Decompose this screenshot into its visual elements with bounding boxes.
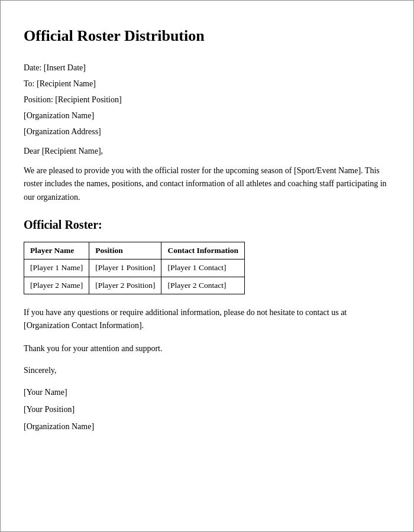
thanks-line: Thank you for your attention and support…	[24, 342, 390, 355]
col-header-player: Player Name	[24, 242, 89, 259]
position-line: Position: [Recipient Position]	[24, 93, 390, 106]
table-row: [Player 1 Name] [Player 1 Position] [Pla…	[24, 259, 245, 277]
table-header-row: Player Name Position Contact Information	[24, 242, 245, 259]
player1-contact: [Player 1 Contact]	[161, 259, 245, 277]
col-header-position: Position	[89, 242, 161, 259]
table-row: [Player 2 Name] [Player 2 Position] [Pla…	[24, 277, 245, 294]
contact-paragraph: If you have any questions or require add…	[24, 306, 390, 333]
roster-heading: Official Roster:	[24, 216, 390, 233]
player2-name: [Player 2 Name]	[24, 277, 89, 294]
player1-position: [Player 1 Position]	[89, 259, 161, 277]
date-line: Date: [Insert Date]	[24, 61, 390, 74]
roster-table: Player Name Position Contact Information…	[24, 242, 245, 294]
sincerely-line: Sincerely,	[24, 364, 390, 377]
dear-line: Dear [Recipient Name],	[24, 145, 390, 157]
to-line: To: [Recipient Name]	[24, 77, 390, 90]
signature-position: [Your Position]	[24, 403, 390, 416]
document-title: Official Roster Distribution	[24, 24, 390, 47]
intro-paragraph: We are pleased to provide you with the o…	[24, 164, 390, 204]
org-address-line: [Organization Address]	[24, 125, 390, 138]
player1-name: [Player 1 Name]	[24, 259, 89, 277]
signature-org: [Organization Name]	[24, 420, 390, 433]
document-body: Official Roster Distribution Date: [Inse…	[24, 1, 390, 461]
player2-contact: [Player 2 Contact]	[161, 277, 245, 294]
page-container: Official Roster Distribution Date: [Inse…	[0, 0, 414, 532]
player2-position: [Player 2 Position]	[89, 277, 161, 294]
col-header-contact: Contact Information	[161, 242, 245, 259]
org-name-line: [Organization Name]	[24, 109, 390, 122]
signature-name: [Your Name]	[24, 386, 390, 398]
